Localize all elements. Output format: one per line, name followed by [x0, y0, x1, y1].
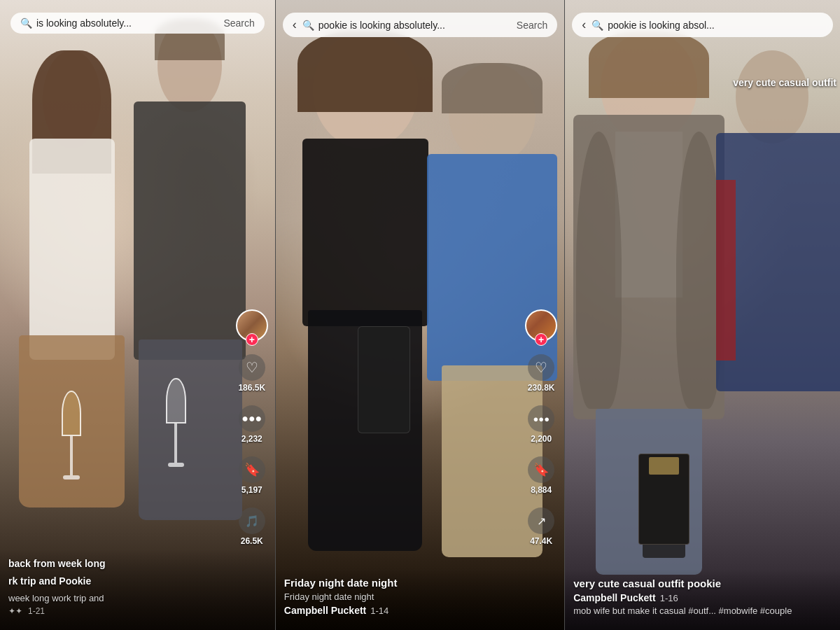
- panel-2-search-query: pookie is looking absolutely...: [318, 20, 512, 31]
- panel-1-follow-btn[interactable]: +: [246, 333, 258, 346]
- bookmark-icon-1[interactable]: 🔖: [239, 456, 265, 483]
- panel-1-share-count: 26.5K: [241, 536, 263, 546]
- panel-3-author-row: Campbell Puckett 1-16: [573, 592, 832, 603]
- panel-2-search-button[interactable]: Search: [517, 20, 547, 31]
- panel-3-bottom: very cute casual outfit pookie Campbell …: [565, 569, 840, 630]
- panel-1-avatar[interactable]: +: [236, 309, 268, 342]
- share-icon-2[interactable]: ↗: [528, 507, 554, 534]
- panel-2-comments[interactable]: ●●● 2,200: [528, 405, 554, 444]
- panel-2-bookmarks[interactable]: 🔖 8,884: [528, 456, 554, 495]
- panel-1-bookmarks[interactable]: 🔖 5,197: [239, 456, 265, 495]
- panel-1-shares[interactable]: 🎵 26.5K: [239, 507, 265, 546]
- panel-2-bottom: Friday night date night Friday night dat…: [276, 568, 564, 630]
- panel-1-subtitle: week long work trip and: [8, 593, 267, 603]
- panel-2-bookmark-count: 8,884: [531, 485, 552, 495]
- panel-2-back-btn[interactable]: ‹: [293, 18, 297, 32]
- like-icon-1[interactable]: ♡: [239, 354, 265, 381]
- panel-2-sidebar: + ♡ 230.8K ●●● 2,200 🔖 8,884 ↗ 47.4K: [525, 309, 557, 546]
- panel-1-search-query: is looking absolutely...: [36, 18, 219, 29]
- search-icon-2: 🔍: [302, 20, 314, 31]
- panel-2-author: Campbell Puckett: [284, 605, 366, 616]
- panel-2-likes[interactable]: ♡ 230.8K: [528, 354, 555, 393]
- panel-1-comment-count: 2,232: [241, 434, 262, 444]
- panel-2-search-bar[interactable]: ‹ 🔍 pookie is looking absolutely... Sear…: [283, 13, 557, 37]
- panel-2-comment-count: 2,200: [531, 434, 552, 444]
- panel-2-follow-btn[interactable]: +: [535, 333, 547, 346]
- panel-3-date: 1-16: [660, 593, 678, 603]
- panel-2-shares[interactable]: ↗ 47.4K: [528, 507, 554, 546]
- search-icon-1: 🔍: [20, 18, 32, 29]
- panel-3-back-btn[interactable]: ‹: [582, 18, 586, 32]
- panel-2-subtitle: Friday night date night: [284, 592, 556, 602]
- panel-3-figures: [565, 0, 840, 630]
- panel-1-like-count: 186.5K: [238, 383, 265, 393]
- panel-2-author-row: Campbell Puckett 1-14: [284, 605, 556, 616]
- panel-3-top-caption: very cute casual outfit: [733, 77, 836, 88]
- bookmark-icon-2[interactable]: 🔖: [528, 456, 554, 483]
- wine-glass-right: [160, 378, 192, 491]
- panel-3-search-bar[interactable]: ‹ 🔍 pookie is looking absol...: [572, 13, 833, 37]
- panel-1-caption-1: back from week long: [8, 557, 267, 571]
- video-panel-3: ‹ 🔍 pookie is looking absol... very cute…: [564, 0, 840, 630]
- like-icon-2[interactable]: ♡: [528, 354, 554, 381]
- panel-1-figures: [0, 0, 275, 630]
- hermes-bag: [634, 454, 694, 567]
- panel-1-sidebar: + ♡ 186.5K ●●● 2,232 🔖 5,197 🎵 26.5K: [236, 309, 268, 546]
- panel-2-like-count: 230.8K: [528, 383, 555, 393]
- panel-3-search-query: pookie is looking absol...: [608, 20, 823, 31]
- panel-3-author: Campbell Puckett: [573, 592, 655, 603]
- panel-1-comments[interactable]: ●●● 2,232: [239, 405, 265, 444]
- panel-2-avatar[interactable]: +: [525, 309, 557, 342]
- panel-3-title: very cute casual outfit pookie: [573, 578, 832, 589]
- video-panel-2: ‹ 🔍 pookie is looking absolutely... Sear…: [275, 0, 564, 630]
- man-behind: [716, 50, 840, 567]
- panel-1-bottom: back from week long rk trip and Pookie w…: [0, 549, 275, 630]
- panel-3-hashtags: mob wife but make it casual #outf... #mo…: [573, 606, 832, 616]
- panel-1-search-bar[interactable]: 🔍 is looking absolutely... Search: [10, 13, 265, 34]
- panel-2-title: Friday night date night: [284, 577, 556, 589]
- panel-1-caption-2: rk trip and Pookie: [8, 575, 267, 589]
- wine-glass-left: [55, 391, 88, 504]
- panel-1-bookmark-count: 5,197: [241, 485, 262, 495]
- woman-black-outfit: [290, 31, 440, 567]
- panel-2-share-count: 47.4K: [530, 536, 552, 546]
- panel-2-figures: [276, 0, 564, 630]
- panel-1-page: ✦✦: [8, 606, 22, 616]
- panel-1-search-button[interactable]: Search: [223, 18, 254, 29]
- search-icon-3: 🔍: [592, 20, 603, 31]
- comment-icon-2[interactable]: ●●●: [528, 405, 554, 432]
- panel-1-likes[interactable]: ♡ 186.5K: [238, 354, 265, 393]
- panel-2-date: 1-14: [370, 606, 388, 616]
- panel-1-page-num: 1-21: [28, 606, 45, 616]
- share-icon-1[interactable]: 🎵: [239, 507, 265, 534]
- video-panel-1: 🔍 is looking absolutely... Search + ♡ 18…: [0, 0, 275, 630]
- comment-icon-1[interactable]: ●●●: [239, 405, 265, 432]
